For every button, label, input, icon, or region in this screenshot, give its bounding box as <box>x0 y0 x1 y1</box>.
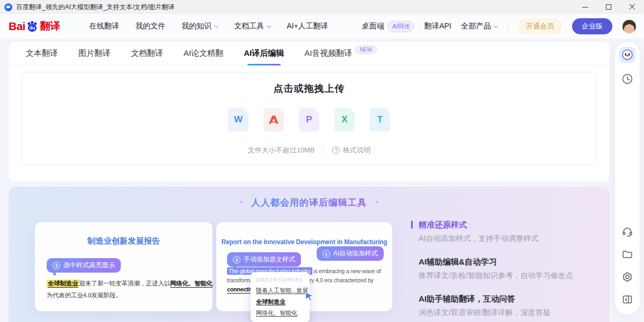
user-avatar[interactable] <box>622 19 636 34</box>
dropdown-item-hovered: 全球制造业 <box>256 298 304 306</box>
minimize-icon <box>582 7 588 8</box>
file-letter: X <box>341 114 347 125</box>
ppt-file-icon: P <box>299 108 319 131</box>
dropdown-item: 随着人工智能...发展 <box>256 287 304 295</box>
translate-tabs: 文本翻译 图片翻译 文档翻译 AI论文精翻 AI译后编辑 AI音视频翻译NEW <box>9 42 610 65</box>
tab-text-translate[interactable]: 文本翻译 <box>26 42 58 65</box>
feature-desc: AI自动添加样式，支持手动调整样式 <box>419 234 612 244</box>
logo-text-fanyi: 翻译 <box>40 19 60 33</box>
feature-title: AI助手辅助翻译，互动问答 <box>419 294 612 304</box>
word-file-icon: W <box>228 108 248 131</box>
badge-label: AI自动添加样式 <box>333 249 378 258</box>
nav-item-my-knowledge[interactable]: 我的知识 <box>181 21 218 31</box>
tab-ai-paper-translate[interactable]: AI论文精翻 <box>184 42 223 65</box>
nav-label: 在线翻译 <box>89 21 119 31</box>
settings-button[interactable] <box>620 269 635 284</box>
tab-label: 图片翻译 <box>78 48 111 58</box>
meta-divider <box>323 147 324 154</box>
top-nav: Bai du 翻译 在线翻译 我的文件 我的知识 文档工具 AI+人工翻译 桌面… <box>0 14 644 39</box>
question-circle-icon: ? <box>332 147 340 154</box>
nav-label: 全部产品 <box>461 21 491 31</box>
history-clock-icon <box>621 73 633 85</box>
nav-item-all-products[interactable]: 全部产品 <box>461 21 497 31</box>
window-title: 百度翻译_领先的AI大模型翻译_支持文本/文档/图片翻译 <box>16 3 174 12</box>
new-badge: NEW <box>355 46 376 54</box>
upload-title: 点击或拖拽上传 <box>22 82 596 95</box>
format-help-link[interactable]: 格式说明 <box>342 145 370 155</box>
sparkle-icon: ✦ <box>375 199 379 206</box>
file-size-hint: 文件大小不超过10MB <box>248 145 315 155</box>
nav-item-translate-api[interactable]: 翻译API <box>424 21 451 31</box>
tab-label: 文本翻译 <box>26 48 58 58</box>
tab-image-translate[interactable]: 图片翻译 <box>78 42 111 65</box>
nav-item-doc-tools[interactable]: 文档工具 <box>234 21 270 31</box>
badge-number: 2 <box>233 256 240 264</box>
nav-item-my-files[interactable]: 我的文件 <box>135 21 165 31</box>
svg-text:du: du <box>30 25 35 31</box>
logo-text-bai: Bai <box>9 20 25 33</box>
collapse-panel-button[interactable] <box>620 292 635 307</box>
post-editing-showcase: ✦人人都会用的译后编辑工具✦ 制造业创新发展报告 3 选中样式高亮显示 全球制造… <box>9 187 610 322</box>
enterprise-edition-button[interactable]: 企业版 <box>572 18 612 34</box>
ai-assistant-button[interactable] <box>619 47 635 63</box>
open-membership-button[interactable]: 开通会员 <box>517 18 562 34</box>
app-window: 百度翻译_领先的AI大模型翻译_支持文本/文档/图片翻译 Bai du 翻译 在… <box>0 0 644 322</box>
sparkle-icon: ✦ <box>239 199 244 206</box>
headset-icon <box>621 226 633 238</box>
chevron-down-icon <box>267 23 271 27</box>
feature-item-ai-assistant-qa[interactable]: AI助手辅助翻译，互动问答 润色译文/双语审校/翻译详解，深度答疑 <box>419 294 612 318</box>
mouse-cursor-icon <box>305 292 314 302</box>
tab-ai-post-editing[interactable]: AI译后编辑 <box>244 42 284 65</box>
source-doc-demo-card: 制造业创新发展报告 3 选中样式高亮显示 全球制造业迎来了新一轮变革浪潮，正进入… <box>35 222 213 311</box>
tab-label: AI论文精翻 <box>184 48 223 58</box>
feature-desc: 推荐译文/质检/智能知识参考，自动学习修改点 <box>419 271 612 281</box>
manual-style-badge: 2 手动添加原文样式 <box>227 252 301 267</box>
upload-dropzone[interactable]: 点击或拖拽上传 W P X T 文件大小不超过10MB ? 格式说明 <box>21 72 597 165</box>
tab-label: 文档翻译 <box>131 48 163 58</box>
chevron-down-icon <box>214 23 218 27</box>
nav-item-desktop-app[interactable]: 桌面端 AI同传 <box>362 21 414 32</box>
txt-file-icon: T <box>370 108 390 131</box>
baidu-translate-logo[interactable]: Bai du 翻译 <box>9 19 60 33</box>
badge-label: 选中样式高亮显示 <box>63 261 115 270</box>
customer-service-button[interactable] <box>620 224 635 239</box>
feature-item-restore-style[interactable]: 精准还原样式 AI自动添加样式，支持手动调整样式 <box>419 220 612 244</box>
translate-panel: 文本翻译 图片翻译 文档翻译 AI论文精翻 AI译后编辑 AI音视频翻译NEW … <box>9 42 610 181</box>
tab-label: AI音视频翻译 <box>304 48 352 58</box>
excel-file-icon: X <box>334 108 355 131</box>
nav-divider <box>507 22 508 31</box>
style-apply-dropdown: 选择原文样式应用到译文 随着人工智能...发展 全球制造业 网络化、智能化 <box>251 272 310 322</box>
feature-title: 精准还原样式 <box>419 220 612 230</box>
my-files-button[interactable] <box>620 247 635 262</box>
ai-assistant-icon <box>621 49 633 61</box>
dropdown-item: 网络化、智能化 <box>256 309 304 317</box>
right-toolbar <box>615 42 640 314</box>
pdf-file-icon <box>264 108 284 131</box>
feature-list: 精准还原样式 AI自动添加样式，支持手动调整样式 AI辅助编辑&自动学习 推荐译… <box>419 220 612 322</box>
file-type-icons: W P X T <box>22 108 596 131</box>
app-icon <box>4 3 12 11</box>
close-button[interactable] <box>620 0 644 14</box>
ai-auto-style-badge: 1 AI自动添加样式 <box>317 246 384 261</box>
file-letter: T <box>377 114 383 125</box>
minimize-button[interactable] <box>573 0 597 14</box>
history-button[interactable] <box>620 71 635 86</box>
maximize-icon <box>606 4 611 10</box>
nav-label: 桌面端 <box>362 21 384 31</box>
showcase-title: 人人都会用的译后编辑工具 <box>251 197 367 208</box>
tab-document-translate[interactable]: 文档翻译 <box>131 42 163 65</box>
window-titlebar: 百度翻译_领先的AI大模型翻译_支持文本/文档/图片翻译 <box>0 0 644 14</box>
file-letter: W <box>234 114 243 125</box>
maximize-button[interactable] <box>597 0 620 14</box>
feature-item-ai-assist-edit[interactable]: AI辅助编辑&自动学习 推荐译文/质检/智能知识参考，自动学习修改点 <box>419 257 612 281</box>
highlight-style-badge: 3 选中样式高亮显示 <box>47 258 121 273</box>
feature-title: AI辅助编辑&自动学习 <box>419 257 612 267</box>
highlighted-term: 全球制造业 <box>47 280 79 287</box>
tab-ai-audio-video-translate[interactable]: AI音视频翻译NEW <box>304 42 377 65</box>
nav-item-online-translate[interactable]: 在线翻译 <box>89 21 119 31</box>
nav-label: 翻译API <box>424 21 451 31</box>
nav-item-ai-human-translate[interactable]: AI+人工翻译 <box>287 21 328 31</box>
bold-term: 网络化、智能化 <box>170 280 213 287</box>
file-letter: P <box>306 114 312 125</box>
nav-label: 我的文件 <box>135 21 165 31</box>
